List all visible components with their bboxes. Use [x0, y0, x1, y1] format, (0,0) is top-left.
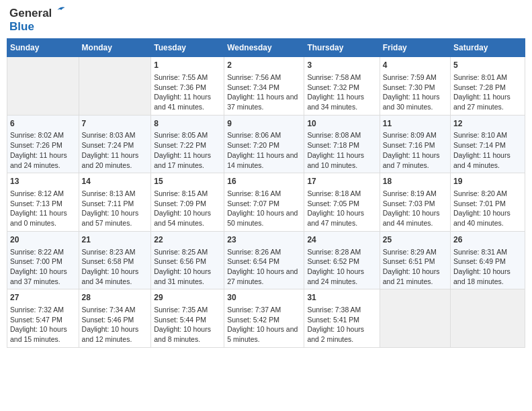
day-info: Sunrise: 7:58 AM Sunset: 7:32 PM Dayligh…	[307, 73, 376, 112]
day-number: 18	[383, 176, 447, 187]
day-number: 29	[154, 292, 221, 304]
calendar-cell: 31Sunrise: 7:38 AM Sunset: 5:41 PM Dayli…	[304, 289, 380, 348]
week-row: 1Sunrise: 7:55 AM Sunset: 7:36 PM Daylig…	[7, 57, 525, 116]
calendar-cell: 3Sunrise: 7:58 AM Sunset: 7:32 PM Daylig…	[304, 57, 380, 116]
day-info: Sunrise: 7:55 AM Sunset: 7:36 PM Dayligh…	[154, 73, 221, 112]
day-info: Sunrise: 8:03 AM Sunset: 7:24 PM Dayligh…	[82, 130, 148, 170]
day-number: 4	[383, 60, 447, 71]
day-number: 11	[383, 118, 447, 130]
day-info: Sunrise: 8:25 AM Sunset: 6:56 PM Dayligh…	[154, 247, 221, 287]
day-info: Sunrise: 8:10 AM Sunset: 7:14 PM Dayligh…	[453, 130, 522, 170]
calendar-cell: 23Sunrise: 8:26 AM Sunset: 6:54 PM Dayli…	[224, 231, 304, 289]
column-header-thursday: Thursday	[304, 39, 380, 57]
calendar-cell: 25Sunrise: 8:29 AM Sunset: 6:51 PM Dayli…	[380, 231, 450, 289]
day-info: Sunrise: 7:32 AM Sunset: 5:47 PM Dayligh…	[10, 305, 76, 345]
day-number: 25	[383, 234, 447, 246]
day-number: 7	[82, 118, 148, 130]
calendar-cell: 6Sunrise: 8:02 AM Sunset: 7:26 PM Daylig…	[7, 115, 79, 173]
day-info: Sunrise: 8:02 AM Sunset: 7:26 PM Dayligh…	[10, 130, 76, 170]
day-number: 8	[154, 118, 221, 130]
day-number: 15	[154, 176, 221, 187]
day-info: Sunrise: 8:29 AM Sunset: 6:51 PM Dayligh…	[383, 247, 447, 287]
calendar-cell: 27Sunrise: 7:32 AM Sunset: 5:47 PM Dayli…	[7, 289, 79, 348]
column-header-monday: Monday	[79, 39, 151, 57]
day-info: Sunrise: 8:22 AM Sunset: 7:00 PM Dayligh…	[10, 247, 76, 287]
day-info: Sunrise: 8:23 AM Sunset: 6:58 PM Dayligh…	[82, 247, 148, 287]
day-number: 9	[227, 118, 301, 130]
header-row: SundayMondayTuesdayWednesdayThursdayFrid…	[7, 39, 525, 57]
calendar-cell: 18Sunrise: 8:19 AM Sunset: 7:03 PM Dayli…	[380, 173, 450, 232]
day-info: Sunrise: 7:38 AM Sunset: 5:41 PM Dayligh…	[307, 305, 376, 345]
calendar-cell: 5Sunrise: 8:01 AM Sunset: 7:28 PM Daylig…	[451, 57, 525, 116]
calendar-cell: 7Sunrise: 8:03 AM Sunset: 7:24 PM Daylig…	[79, 115, 151, 173]
calendar-cell	[451, 289, 525, 348]
calendar-cell: 26Sunrise: 8:31 AM Sunset: 6:49 PM Dayli…	[451, 231, 525, 289]
calendar-cell: 4Sunrise: 7:59 AM Sunset: 7:30 PM Daylig…	[380, 57, 450, 116]
day-number: 31	[307, 292, 376, 304]
day-number: 6	[10, 118, 76, 130]
calendar-cell: 13Sunrise: 8:12 AM Sunset: 7:13 PM Dayli…	[7, 173, 79, 232]
day-number: 24	[307, 234, 376, 246]
day-info: Sunrise: 8:31 AM Sunset: 6:49 PM Dayligh…	[453, 247, 522, 287]
day-info: Sunrise: 8:08 AM Sunset: 7:18 PM Dayligh…	[307, 130, 376, 170]
week-row: 27Sunrise: 7:32 AM Sunset: 5:47 PM Dayli…	[7, 289, 525, 348]
day-info: Sunrise: 7:34 AM Sunset: 5:46 PM Dayligh…	[82, 305, 148, 345]
calendar-cell	[380, 289, 450, 348]
week-row: 20Sunrise: 8:22 AM Sunset: 7:00 PM Dayli…	[7, 231, 525, 289]
day-info: Sunrise: 7:56 AM Sunset: 7:34 PM Dayligh…	[227, 73, 301, 112]
day-number: 14	[82, 176, 148, 187]
week-row: 13Sunrise: 8:12 AM Sunset: 7:13 PM Dayli…	[7, 173, 525, 232]
calendar-cell: 28Sunrise: 7:34 AM Sunset: 5:46 PM Dayli…	[79, 289, 151, 348]
column-header-saturday: Saturday	[451, 39, 525, 57]
day-number: 13	[10, 176, 76, 187]
day-info: Sunrise: 8:09 AM Sunset: 7:16 PM Dayligh…	[383, 130, 447, 170]
column-header-tuesday: Tuesday	[151, 39, 224, 57]
day-number: 30	[227, 292, 301, 304]
page-header: General Blue	[7, 7, 525, 33]
day-info: Sunrise: 7:59 AM Sunset: 7:30 PM Dayligh…	[383, 73, 447, 112]
column-header-friday: Friday	[380, 39, 450, 57]
calendar-cell: 19Sunrise: 8:20 AM Sunset: 7:01 PM Dayli…	[451, 173, 525, 232]
calendar-cell: 12Sunrise: 8:10 AM Sunset: 7:14 PM Dayli…	[451, 115, 525, 173]
day-number: 2	[227, 60, 301, 71]
day-info: Sunrise: 7:35 AM Sunset: 5:44 PM Dayligh…	[154, 305, 221, 345]
logo-general: General	[9, 7, 66, 20]
calendar-cell: 2Sunrise: 7:56 AM Sunset: 7:34 PM Daylig…	[224, 57, 304, 116]
calendar-cell: 24Sunrise: 8:28 AM Sunset: 6:52 PM Dayli…	[304, 231, 380, 289]
calendar-cell: 16Sunrise: 8:16 AM Sunset: 7:07 PM Dayli…	[224, 173, 304, 232]
calendar-cell: 10Sunrise: 8:08 AM Sunset: 7:18 PM Dayli…	[304, 115, 380, 173]
calendar-cell: 1Sunrise: 7:55 AM Sunset: 7:36 PM Daylig…	[151, 57, 224, 116]
day-number: 28	[82, 292, 148, 304]
calendar-table: SundayMondayTuesdayWednesdayThursdayFrid…	[7, 38, 525, 348]
calendar-cell: 20Sunrise: 8:22 AM Sunset: 7:00 PM Dayli…	[7, 231, 79, 289]
day-number: 17	[307, 176, 376, 187]
calendar-cell: 9Sunrise: 8:06 AM Sunset: 7:20 PM Daylig…	[224, 115, 304, 173]
day-info: Sunrise: 8:12 AM Sunset: 7:13 PM Dayligh…	[10, 189, 76, 228]
calendar-cell: 17Sunrise: 8:18 AM Sunset: 7:05 PM Dayli…	[304, 173, 380, 232]
day-number: 10	[307, 118, 376, 130]
calendar-cell	[7, 57, 79, 116]
column-header-wednesday: Wednesday	[224, 39, 304, 57]
calendar-cell: 22Sunrise: 8:25 AM Sunset: 6:56 PM Dayli…	[151, 231, 224, 289]
day-info: Sunrise: 8:19 AM Sunset: 7:03 PM Dayligh…	[383, 189, 447, 228]
day-number: 3	[307, 60, 376, 71]
calendar-cell: 30Sunrise: 7:37 AM Sunset: 5:42 PM Dayli…	[224, 289, 304, 348]
day-info: Sunrise: 8:18 AM Sunset: 7:05 PM Dayligh…	[307, 189, 376, 228]
day-number: 22	[154, 234, 221, 246]
calendar-cell: 11Sunrise: 8:09 AM Sunset: 7:16 PM Dayli…	[380, 115, 450, 173]
day-info: Sunrise: 8:06 AM Sunset: 7:20 PM Dayligh…	[227, 130, 301, 170]
day-number: 19	[453, 176, 522, 187]
week-row: 6Sunrise: 8:02 AM Sunset: 7:26 PM Daylig…	[7, 115, 525, 173]
calendar-cell: 14Sunrise: 8:13 AM Sunset: 7:11 PM Dayli…	[79, 173, 151, 232]
column-header-sunday: Sunday	[7, 39, 79, 57]
day-number: 5	[453, 60, 522, 71]
day-info: Sunrise: 7:37 AM Sunset: 5:42 PM Dayligh…	[227, 305, 301, 345]
calendar-cell	[79, 57, 151, 116]
day-number: 16	[227, 176, 301, 187]
calendar-cell: 29Sunrise: 7:35 AM Sunset: 5:44 PM Dayli…	[151, 289, 224, 348]
day-info: Sunrise: 8:15 AM Sunset: 7:09 PM Dayligh…	[154, 189, 221, 228]
day-number: 23	[227, 234, 301, 246]
day-info: Sunrise: 8:28 AM Sunset: 6:52 PM Dayligh…	[307, 247, 376, 287]
day-number: 20	[10, 234, 76, 246]
day-number: 1	[154, 60, 221, 71]
